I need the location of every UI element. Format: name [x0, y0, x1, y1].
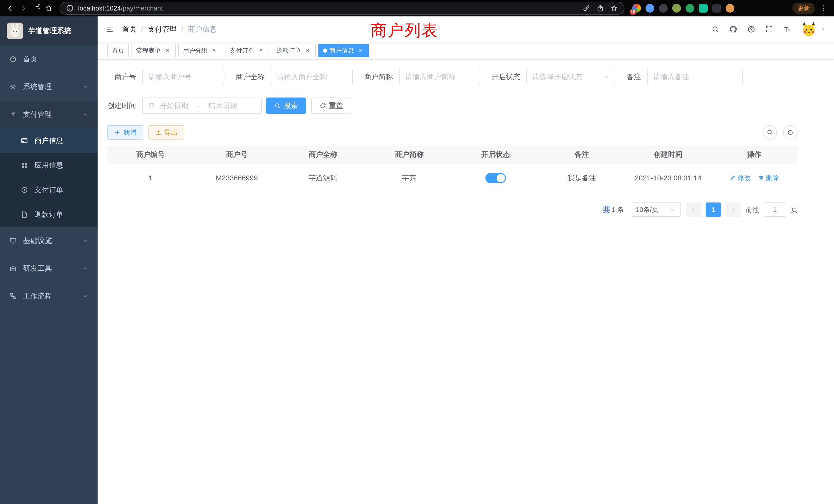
sidebar-item-pay-order[interactable]: 支付订单 — [0, 178, 97, 202]
page-content: 商户号 商户全称 商户简称 — [97, 60, 834, 504]
fullscreen-icon[interactable] — [765, 25, 773, 33]
reset-button[interactable]: 重置 — [311, 97, 351, 114]
font-size-icon[interactable] — [783, 25, 791, 33]
date-end-placeholder: 结束日期 — [208, 101, 237, 111]
close-icon[interactable]: × — [257, 47, 264, 54]
close-icon[interactable]: × — [357, 47, 364, 54]
browser-menu-icon[interactable] — [820, 4, 828, 12]
column-header: 开启状态 — [453, 146, 539, 163]
sidebar-label-workflow: 工作流程 — [23, 291, 52, 301]
sidebar-item-home[interactable]: 首页 — [0, 45, 97, 73]
export-button[interactable]: 导出 — [148, 125, 184, 140]
extension-icon-7[interactable] — [712, 4, 721, 13]
breadcrumb-item[interactable]: 支付管理 — [148, 24, 177, 34]
merchant-no-input[interactable] — [142, 69, 224, 85]
edit-button[interactable]: 修改 — [730, 174, 751, 182]
remark-input[interactable] — [647, 69, 743, 85]
extension-icon-4[interactable] — [672, 4, 681, 13]
tab-merchant-info[interactable]: 商户信息× — [319, 44, 369, 57]
tab-home[interactable]: 首页 — [107, 44, 129, 57]
goto-page-input[interactable] — [764, 203, 786, 217]
cell-merchant-no: M233666999 — [194, 163, 280, 193]
tab-refund-order[interactable]: 退款订单× — [272, 44, 316, 57]
current-page-button[interactable]: 1 — [706, 203, 721, 217]
infra-icon — [9, 237, 17, 245]
close-icon[interactable]: × — [304, 47, 311, 54]
tab-label: 支付订单 — [229, 46, 254, 55]
extension-icons: 10 — [632, 4, 734, 13]
search-button[interactable]: 搜索 — [266, 97, 306, 114]
next-page-button[interactable] — [726, 203, 741, 217]
sidebar-item-app-info[interactable]: 应用信息 — [0, 153, 97, 178]
url-text: localhost:1024/pay/merchant — [78, 5, 163, 12]
column-header: 操作 — [711, 146, 797, 163]
short-name-input[interactable] — [399, 69, 480, 85]
breadcrumb-item[interactable]: 首页 — [122, 24, 137, 34]
filter-form: 商户号 商户全称 商户简称 — [107, 69, 797, 114]
toggle-search-button[interactable] — [763, 125, 777, 140]
close-icon[interactable]: × — [164, 47, 171, 54]
sidebar-item-merchant-info[interactable]: 商户信息 — [0, 128, 97, 153]
tab-label: 用户分组 — [183, 46, 207, 55]
extension-icon-5[interactable] — [686, 4, 694, 13]
trash-icon — [758, 175, 764, 181]
chevron-down-icon — [82, 265, 88, 272]
active-dot — [323, 48, 327, 53]
sidebar-item-dev-tools[interactable]: 研发工具 — [0, 255, 97, 282]
reload-icon[interactable] — [32, 4, 40, 12]
key-icon[interactable] — [583, 4, 591, 12]
search-icon[interactable] — [711, 25, 720, 33]
breadcrumb-separator: / — [181, 25, 183, 33]
tab-pay-order[interactable]: 支付订单× — [225, 44, 269, 57]
tab-user-group[interactable]: 用户分组× — [178, 44, 222, 57]
extension-icon-3[interactable] — [659, 4, 667, 13]
tab-label: 流程表单 — [136, 46, 161, 55]
create-time-range-picker[interactable]: 开始日期 - 结束日期 — [142, 97, 262, 114]
browser-update-button[interactable]: 更新 — [792, 3, 815, 14]
page-size-select[interactable]: 10条/页 — [631, 203, 681, 217]
app-logo[interactable]: 芋道管理系统 — [0, 17, 97, 45]
sidebar-item-refund-order[interactable]: 退款订单 — [0, 202, 97, 227]
hamburger-icon[interactable] — [106, 25, 114, 33]
extension-icon-1[interactable]: 10 — [632, 4, 641, 13]
status-toggle[interactable] — [485, 173, 506, 183]
pagination-total: 共 1 条 — [603, 205, 624, 214]
sidebar-label-dev-tools: 研发工具 — [23, 264, 52, 273]
home-icon[interactable] — [45, 4, 53, 12]
close-icon[interactable]: × — [211, 47, 218, 54]
help-icon[interactable] — [747, 25, 755, 33]
chevron-down-icon — [82, 293, 88, 299]
sidebar-item-payment[interactable]: 支付管理 — [0, 100, 97, 128]
search-icon — [766, 129, 773, 136]
github-icon[interactable] — [729, 25, 738, 33]
refresh-icon — [787, 129, 794, 136]
address-bar[interactable]: localhost:1024/pay/merchant — [60, 2, 624, 15]
share-icon[interactable] — [596, 4, 605, 12]
full-name-input[interactable] — [271, 69, 353, 85]
refresh-icon — [320, 102, 326, 109]
sidebar-item-system[interactable]: 系统管理 — [0, 73, 97, 100]
column-header: 创建时间 — [625, 146, 711, 163]
refresh-table-button[interactable] — [783, 125, 797, 140]
top-navbar: 首页/支付管理/商户信息 — [97, 17, 834, 42]
sidebar-item-infrastructure[interactable]: 基础设施 — [0, 227, 97, 255]
tab-flow-form[interactable]: 流程表单× — [131, 44, 176, 57]
bookmark-star-icon[interactable] — [610, 4, 618, 12]
status-select[interactable]: 请选择开启状态 — [526, 69, 615, 85]
date-start-placeholder: 开始日期 — [160, 101, 189, 111]
sidebar: 芋道管理系统 首页系统管理支付管理商户信息应用信息支付订单退款订单基础设施研发工… — [0, 17, 97, 504]
caret-down-icon[interactable] — [821, 27, 826, 32]
prev-page-button[interactable] — [686, 203, 701, 217]
extension-icon-6[interactable] — [699, 4, 708, 13]
delete-button[interactable]: 删除 — [758, 174, 779, 182]
add-button[interactable]: 新增 — [107, 125, 143, 140]
sidebar-item-workflow[interactable]: 工作流程 — [0, 282, 97, 310]
target-icon — [21, 186, 28, 194]
extension-icon-8[interactable] — [726, 4, 734, 13]
back-icon[interactable] — [6, 4, 14, 12]
date-separator: - — [193, 101, 204, 110]
forward-icon[interactable] — [19, 4, 27, 12]
user-avatar[interactable] — [801, 22, 816, 37]
info-icon[interactable] — [66, 4, 74, 12]
extension-icon-2[interactable] — [645, 4, 654, 13]
